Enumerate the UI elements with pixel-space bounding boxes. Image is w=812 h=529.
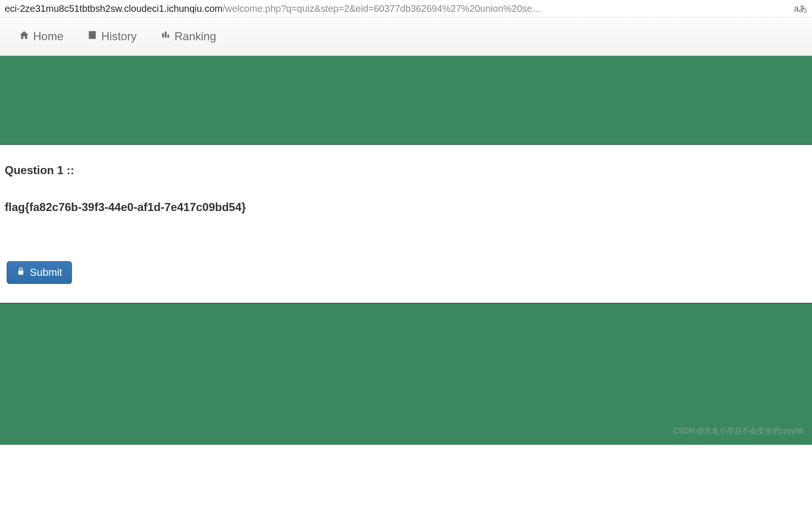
ranking-icon bbox=[160, 30, 171, 43]
flag-text: flag{fa82c76b-39f3-44e0-af1d-7e417c09bd5… bbox=[5, 201, 807, 214]
home-icon bbox=[19, 30, 29, 43]
history-icon bbox=[87, 30, 97, 43]
submit-button-label: Submit bbox=[30, 266, 62, 279]
watermark: CSDN @无名小卒且不会安全的zzyyhh bbox=[673, 426, 803, 436]
lock-icon bbox=[17, 266, 25, 279]
bottom-banner: CSDN @无名小卒且不会安全的zzyyhh bbox=[0, 303, 812, 445]
url-bar[interactable]: eci-2ze31mu8c51tbtbsh2sw.cloudeci1.ichun… bbox=[0, 0, 812, 18]
url-path: /welcome.php?q=quiz&step=2&eid=60377db36… bbox=[222, 3, 788, 14]
nav-ranking-label: Ranking bbox=[175, 30, 216, 43]
translate-icon[interactable]: aあ bbox=[794, 3, 807, 14]
nav-home[interactable]: Home bbox=[19, 30, 63, 43]
question-header: Question 1 :: bbox=[5, 164, 807, 177]
nav-history-label: History bbox=[101, 30, 137, 43]
submit-button[interactable]: Submit bbox=[7, 261, 72, 284]
navigation-bar: Home History Ranking bbox=[0, 18, 812, 56]
top-banner bbox=[0, 56, 812, 145]
content-area: Question 1 :: flag{fa82c76b-39f3-44e0-af… bbox=[0, 145, 812, 303]
nav-history[interactable]: History bbox=[87, 30, 137, 43]
url-domain: eci-2ze31mu8c51tbtbsh2sw.cloudeci1.ichun… bbox=[5, 3, 222, 14]
nav-ranking[interactable]: Ranking bbox=[160, 30, 216, 43]
nav-home-label: Home bbox=[33, 30, 63, 43]
